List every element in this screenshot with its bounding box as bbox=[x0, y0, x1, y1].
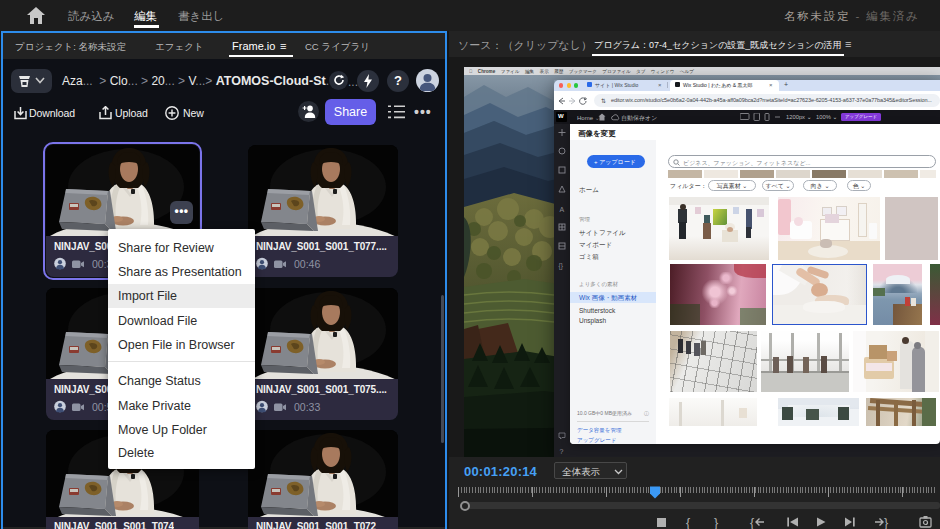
svg-text:?: ? bbox=[560, 448, 564, 455]
svg-text:{: { bbox=[750, 516, 754, 529]
svg-text:{}: {} bbox=[559, 262, 564, 270]
svg-text:}: } bbox=[714, 516, 718, 529]
svg-text:}: } bbox=[884, 516, 888, 529]
svg-text:A: A bbox=[560, 206, 565, 213]
svg-text:{: { bbox=[686, 516, 690, 529]
